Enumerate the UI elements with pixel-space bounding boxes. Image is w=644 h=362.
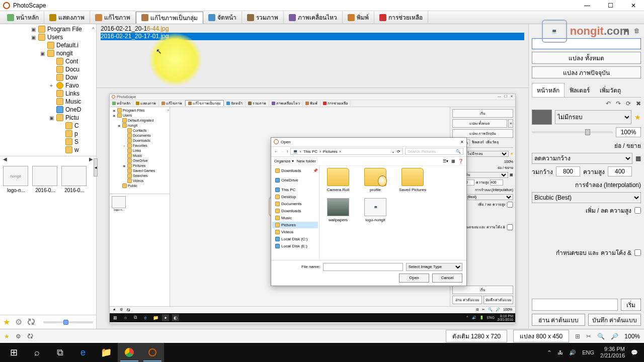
nav-item[interactable]: Desktop	[272, 194, 318, 200]
nav-item[interactable]: This PC	[272, 187, 318, 193]
nav-item[interactable]: OneDrive	[272, 177, 318, 184]
file-item[interactable]: profile	[360, 168, 391, 192]
refresh-icon[interactable]: 🗘	[27, 333, 33, 340]
tab-8[interactable]: การช่วยเหลือ	[374, 12, 428, 24]
file-item[interactable]: 💻logo-nongit	[360, 198, 391, 222]
undo-icon[interactable]: ↶	[606, 100, 611, 107]
tree-row[interactable]: ▣Users	[0, 33, 96, 41]
zoom-slider[interactable]	[532, 131, 613, 133]
thumb-item[interactable]: 2016-0...	[61, 166, 88, 193]
interp-select[interactable]: Bicubic (Best)	[532, 192, 641, 203]
frame-select[interactable]: ไม่มีกรอบ	[555, 110, 631, 124]
settings-tab[interactable]: เพิ่มวัตถุ	[595, 83, 626, 97]
height-input[interactable]	[608, 166, 632, 176]
tree-row[interactable]: C	[0, 122, 96, 130]
start-button[interactable]: ⊞	[2, 343, 25, 362]
tree-row[interactable]: ▣Program File^	[0, 25, 96, 33]
tree-row[interactable]: p	[0, 130, 96, 138]
view-mode-button[interactable]: ☰▾	[443, 159, 448, 163]
tree-row[interactable]: ▣nongit	[0, 49, 96, 57]
photoscape-icon[interactable]	[141, 343, 164, 362]
task-view-button[interactable]: ⧉	[48, 343, 71, 362]
tree-row[interactable]: S	[0, 138, 96, 146]
file-row[interactable]: 2016-02-21_20-16-44.jpg	[101, 25, 524, 33]
preset-name-input[interactable]	[532, 299, 618, 311]
file-item[interactable]: wallpapers	[323, 198, 354, 222]
nav-item[interactable]: Local Disk (C:)	[272, 236, 318, 242]
thumb-item[interactable]: 2016-0...	[32, 166, 58, 193]
width-input[interactable]	[556, 166, 580, 176]
tree-row[interactable]: Default.i	[0, 41, 96, 49]
tree-row[interactable]: Docu	[0, 65, 96, 73]
settings-tab[interactable]: ฟิลเตอร์	[565, 83, 595, 97]
explorer-icon[interactable]: 📁	[95, 343, 118, 362]
nav-item[interactable]: Local Disk (E:)	[272, 243, 318, 249]
file-item[interactable]: Camera Roll	[323, 168, 354, 192]
crop-icon[interactable]: ✂	[586, 333, 591, 340]
filename-input[interactable]	[323, 263, 403, 271]
open-button[interactable]: Open	[399, 274, 429, 283]
view-list-icon[interactable]: ▦	[451, 159, 455, 163]
tab-2[interactable]: แก้ไขภาพ	[90, 12, 136, 24]
redo-icon[interactable]: ↷	[616, 100, 621, 107]
notification-icon[interactable]: 💬	[631, 349, 638, 356]
maximize-button[interactable]: ☐	[603, 2, 618, 9]
gear-icon[interactable]: ⚙	[15, 317, 22, 327]
tab-4[interactable]: จัดหน้า	[203, 12, 242, 24]
splitter-handle[interactable]: ◂	[94, 158, 98, 176]
nav-back-button[interactable]: ←	[274, 149, 278, 154]
refresh-icon[interactable]: 🗘	[27, 318, 35, 327]
settings-tabs[interactable]: หน้าหลักฟิลเตอร์เพิ่มวัตถุ	[532, 83, 641, 98]
keep-ratio-checkbox[interactable]	[634, 207, 641, 214]
tree-row[interactable]: Dow	[0, 73, 96, 81]
resize-mode-select[interactable]: ลดความกว้าง	[532, 153, 632, 164]
load-preset-button[interactable]: อ่าน ค่าต้นแบบ	[532, 314, 585, 326]
chrome-icon[interactable]	[118, 343, 141, 362]
tree-row[interactable]: Links	[0, 89, 96, 98]
dialog-items[interactable]: Camera RollprofileSaved Pictureswallpape…	[319, 166, 466, 260]
tree-row[interactable]: Music	[0, 98, 96, 106]
nav-item[interactable]: Music	[272, 215, 318, 221]
thumb-size-slider[interactable]	[43, 321, 93, 323]
tab-1[interactable]: แสดงภาพ	[44, 12, 90, 24]
network-icon[interactable]: 🖧	[557, 349, 563, 355]
search-button[interactable]: ⌕	[25, 343, 48, 362]
zoom-out-icon[interactable]: 🔎	[611, 333, 618, 340]
thumb-item[interactable]: nongitlogo-n...	[3, 166, 29, 193]
tray-chevron-icon[interactable]: ⌃	[547, 349, 551, 356]
edge-icon[interactable]: e	[71, 343, 95, 362]
breadcrumb[interactable]: 💻› This PC› Pictures› ⌄⟳	[290, 148, 403, 155]
dialog-close-button[interactable]: ✕	[460, 140, 464, 144]
favorite-icon[interactable]: ★	[634, 113, 641, 121]
dialog-nav-pane[interactable]: Downloads📌OneDriveThis PCDesktopDocument…	[271, 166, 319, 260]
grid-icon[interactable]: ▦	[635, 155, 641, 162]
help-icon[interactable]: ❓	[458, 159, 463, 163]
fit-icon[interactable]: ⊞	[575, 333, 580, 340]
clock[interactable]: 9:36 PM 2/21/2016	[600, 346, 625, 358]
nav-item[interactable]: Documents	[272, 201, 318, 207]
nav-fwd-button[interactable]: →	[280, 149, 284, 154]
frame-swatch[interactable]	[532, 110, 552, 125]
star-icon[interactable]: ★	[4, 333, 10, 340]
tab-5[interactable]: รวมภาพ	[242, 12, 284, 24]
nav-item[interactable]: Pictures	[272, 222, 318, 228]
trash-icon[interactable]: 🗑	[634, 27, 640, 34]
nav-item[interactable]: Videos	[272, 229, 318, 235]
file-type-select[interactable]: Select Image Type	[406, 263, 462, 271]
folder-tree[interactable]: ▣Program File^▣Users Default.i▣nongit Co…	[0, 24, 96, 156]
nav-item[interactable]: Downloads	[272, 208, 318, 214]
tab-7[interactable]: พิมพ์	[343, 12, 374, 24]
convert-current-button[interactable]: แปลง ภาพปัจจุบัน	[532, 66, 641, 78]
new-folder-button[interactable]: New folder	[297, 159, 316, 163]
border-checkbox[interactable]	[634, 249, 641, 256]
clear-icon[interactable]: ✖	[636, 100, 641, 107]
tree-h-scroll[interactable]: ◀▶	[0, 156, 96, 163]
zoom-in-icon[interactable]: 🔍	[597, 333, 605, 340]
rotate-icon[interactable]: ⟳	[626, 100, 631, 107]
tab-0[interactable]: หน้าหลัก	[2, 12, 44, 24]
tab-3[interactable]: แก้ไขภาพเป็นกลุ่ม	[136, 12, 203, 24]
cancel-button[interactable]: Cancel	[432, 274, 462, 283]
dialog-search[interactable]: Search Pictures 🔍	[405, 148, 463, 155]
tree-row[interactable]: +Favo	[0, 81, 96, 89]
close-button[interactable]: ✕	[626, 2, 641, 9]
